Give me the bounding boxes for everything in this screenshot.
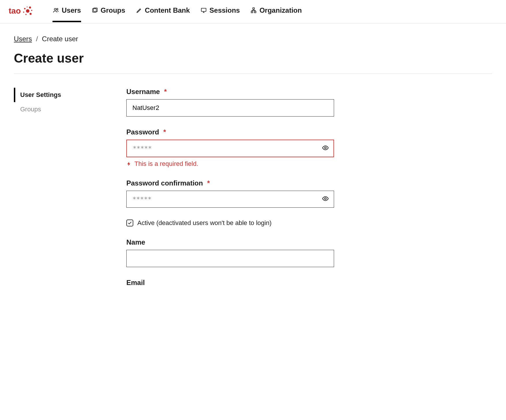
active-label: Active (deactivated users won't be able … xyxy=(137,219,271,227)
toggle-password-confirm-visibility-icon[interactable] xyxy=(322,195,329,203)
name-label: Name xyxy=(126,238,334,246)
toggle-password-visibility-icon[interactable] xyxy=(322,144,329,153)
required-marker: * xyxy=(163,128,166,136)
required-marker: * xyxy=(164,88,167,95)
nav-tab-label: Users xyxy=(62,6,81,14)
nav-tab-label: Sessions xyxy=(209,6,240,14)
sidenav-item-user-settings[interactable]: User Settings xyxy=(14,88,118,102)
nav-tabs: Users Groups Content Bank Sessions Organ… xyxy=(53,6,302,22)
breadcrumb-separator: / xyxy=(36,35,38,43)
svg-point-9 xyxy=(57,8,58,10)
svg-rect-15 xyxy=(254,11,256,13)
username-label: Username * xyxy=(126,88,334,96)
users-icon xyxy=(53,7,59,14)
email-label: Email xyxy=(126,279,334,287)
breadcrumb-current: Create user xyxy=(42,35,78,43)
password-input[interactable] xyxy=(126,140,334,157)
sidenav-item-label: Groups xyxy=(20,106,41,113)
svg-point-8 xyxy=(54,8,56,10)
active-checkbox[interactable] xyxy=(126,220,133,226)
svg-point-1 xyxy=(24,8,26,10)
breadcrumb-parent-link[interactable]: Users xyxy=(14,35,32,43)
nav-tab-groups[interactable]: Groups xyxy=(91,6,125,22)
logo-text: tao xyxy=(9,6,21,16)
svg-point-3 xyxy=(31,10,32,11)
content-columns: User Settings Groups Username * Password… xyxy=(14,88,492,298)
password-label: Password * xyxy=(126,128,334,136)
app-logo[interactable]: tao xyxy=(9,5,33,23)
pencil-icon xyxy=(136,7,143,14)
svg-point-6 xyxy=(23,12,24,13)
field-email: Email xyxy=(126,279,334,287)
svg-rect-13 xyxy=(253,8,255,9)
nav-tab-content-bank[interactable]: Content Bank xyxy=(136,6,190,22)
field-username: Username * xyxy=(126,88,334,117)
name-input[interactable] xyxy=(126,250,334,267)
nav-tab-label: Content Bank xyxy=(145,6,190,14)
svg-point-4 xyxy=(30,13,32,15)
svg-point-16 xyxy=(325,147,326,149)
field-active: Active (deactivated users won't be able … xyxy=(126,219,334,227)
nav-tab-sessions[interactable]: Sessions xyxy=(200,6,240,22)
logo-dots-icon xyxy=(22,5,33,17)
sidenav-item-groups[interactable]: Groups xyxy=(14,102,118,117)
page-container: Users / Create user Create user User Set… xyxy=(0,23,506,310)
groups-icon xyxy=(91,7,98,14)
svg-rect-14 xyxy=(251,11,253,13)
settings-sidenav: User Settings Groups xyxy=(14,88,118,298)
nav-tab-label: Groups xyxy=(101,6,125,14)
divider xyxy=(14,74,492,74)
svg-rect-12 xyxy=(201,8,206,12)
svg-point-7 xyxy=(27,7,28,7)
nav-tab-organization[interactable]: Organization xyxy=(250,6,302,22)
svg-point-5 xyxy=(25,14,27,15)
field-name: Name xyxy=(126,238,334,267)
field-password: Password * This is a required field. xyxy=(126,128,334,168)
required-marker: * xyxy=(207,179,210,187)
lightning-icon xyxy=(126,161,132,166)
checkmark-icon xyxy=(128,221,132,225)
sidenav-item-label: User Settings xyxy=(20,91,61,98)
form-area: Username * Password * xyxy=(126,88,334,298)
username-input[interactable] xyxy=(126,99,334,117)
nav-tab-users[interactable]: Users xyxy=(53,6,81,22)
password-confirm-label: Password confirmation * xyxy=(126,179,334,187)
page-title: Create user xyxy=(14,51,492,65)
svg-point-17 xyxy=(325,198,326,199)
password-confirm-input[interactable] xyxy=(126,191,334,208)
nav-tab-label: Organization xyxy=(259,6,302,14)
svg-point-2 xyxy=(29,7,31,9)
svg-point-0 xyxy=(26,9,29,13)
field-password-confirmation: Password confirmation * xyxy=(126,179,334,208)
org-tree-icon xyxy=(250,7,257,14)
top-nav: tao Users Groups xyxy=(0,0,506,23)
monitor-icon xyxy=(200,7,207,14)
password-error: This is a required field. xyxy=(126,160,334,168)
breadcrumb: Users / Create user xyxy=(14,35,492,43)
